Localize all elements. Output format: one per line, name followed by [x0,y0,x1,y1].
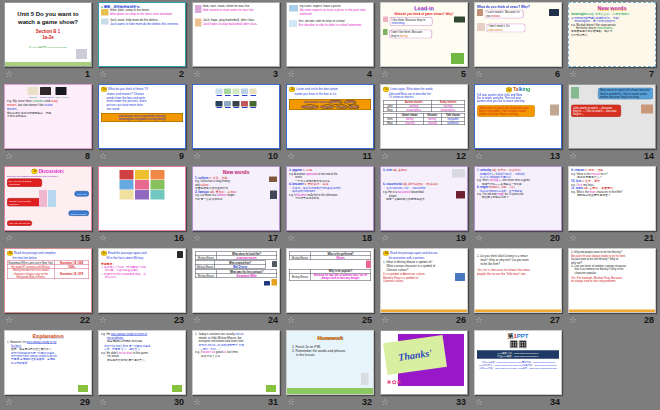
slide-thumbnail-10[interactable] [192,84,280,149]
star-icon[interactable]: ☆ [99,149,107,163]
star-icon[interactable]: ☆ [287,67,295,81]
slide-thumbnail-3[interactable]: Bob, start, skate, when he was fiveBob s… [192,2,280,67]
star-icon[interactable]: ☆ [287,149,295,163]
slide-number: 19 [456,231,466,245]
star-icon[interactable]: ☆ [475,231,483,245]
slide-l: 第1PPT [477,333,559,341]
slide-thumbnail-32[interactable]: Homework1. Finish 2e on P38.2. Remember … [286,330,374,395]
star-icon[interactable]: ☆ [569,231,577,245]
star-icon[interactable]: ☆ [569,67,577,81]
boy-image [383,29,388,35]
slide-thumbnail-25[interactable]: Who is his girlfriend?Mickey MouseMinnie… [286,248,374,313]
slide-strip [569,310,655,313]
star-icon[interactable]: ☆ [193,231,201,245]
star-icon[interactable]: ☆ [99,313,107,327]
slide-thumbnail-17[interactable]: New words1. culture n. 文化；文明e.g. China h… [192,166,280,231]
slide-l: 他是一名获得成功的篮球运动员。 [383,198,455,201]
star-icon[interactable]: ☆ [5,67,13,81]
star-icon[interactable]: ☆ [475,149,483,163]
slide-thumbnail-29[interactable]: Explanation1. However, he was always rea… [4,330,92,395]
woman-image [571,87,579,99]
star-icon[interactable]: ☆ [381,313,389,327]
slide-thumbnail-13[interactable]: 1dTalkingTell your partner what John and… [474,84,562,149]
slide-thumbnail-12[interactable]: 1cListen again. Write down the wordsJohn… [380,84,468,149]
slide-thumbnail-11[interactable]: 1bListen and circle the descriptionwords… [286,84,374,149]
slide-thumbnail-1[interactable]: Unit 5 Do you want towatch a game show?S… [4,2,92,67]
slide-meta-row: ☆ 13 [471,149,565,163]
slide-content: 3. Why did people want to be like Mickey… [569,249,655,312]
star-icon[interactable]: ☆ [193,149,201,163]
slide-thumbnail-6[interactable]: What do you think of news? Why?I can't s… [474,2,562,67]
slide-thumbnail-8[interactable]: cartoonaction moviescary moviee.g. My si… [4,84,92,149]
slide-meta-row: ☆ 17 [189,231,283,245]
star-icon[interactable]: ☆ [475,67,483,81]
slide-imgs [101,190,183,200]
star-icon[interactable]: ☆ [99,231,107,245]
slide-thumbnail-23[interactable]: 2cRead the passage again andfill in the … [98,248,186,313]
slide-bub: I can't stand it. Because it's too serio… [485,9,548,18]
star-icon[interactable]: ☆ [5,149,13,163]
star-icon[interactable]: ☆ [5,313,13,327]
girl-image [477,23,485,31]
star-icon[interactable]: ☆ [99,67,107,81]
slide-meta-row: ☆ 11 [283,149,377,163]
slide-thumbnail-14[interactable]: Mary wants to watch talk shows because t… [568,84,656,149]
star-icon[interactable]: ☆ [381,395,389,409]
slide-table: Game showsSitcomsTalk showsJohnboringbor… [383,113,465,125]
slide-thumbnail-4[interactable]: my sister, expect, have a picnicMy siste… [286,2,374,67]
slide-thumbnail-31[interactable]: 2. Today's cartoons are usually not assi… [192,330,280,395]
slide-thumbnail-26[interactable]: 2dRead the passage again and discussthe … [380,248,468,313]
slide-grid: Unit 5 Do you want towatch a game show?S… [0,0,660,410]
slide-content: 2. Today's cartoons are usually not assi… [193,331,279,394]
star-icon[interactable]: ☆ [475,395,483,409]
slide-thumbnail-28[interactable]: 3. Why did people want to be like Mickey… [568,248,656,313]
slide-thumbnail-33[interactable]: Thanks'❀✿❀ [380,330,468,395]
slide-table: Steamboat Willie came out in New York.No… [7,261,89,280]
star-icon[interactable]: ☆ [193,67,201,81]
slide-l: the time line below. [7,256,89,260]
cartoon-image: cartoon [27,87,38,98]
slide-thumbnail-7[interactable]: New wordsmeaningless adj. 毫无意义的；意思不明确的名词… [568,2,656,67]
slide-content: e.g. He was always ready to listen tomy … [99,331,185,394]
star-icon[interactable]: ☆ [287,395,295,409]
slide-thumbnail-19[interactable]: 5. rich adj. 富有的6. successful adj. 获得成功的… [380,166,468,231]
slide-thumbnail-2[interactable]: ● 看图，用所给的单词造句。Mike, plan, camp in the fo… [98,2,186,67]
star-icon[interactable]: ☆ [99,395,107,409]
star-icon[interactable]: ☆ [287,313,295,327]
star-icon[interactable]: ☆ [381,149,389,163]
slide-cell: New wordsmeaningless adj. 毫无意义的；意思不明确的名词… [565,0,659,82]
star-icon[interactable]: ☆ [287,231,295,245]
star-icon[interactable]: ☆ [193,395,201,409]
slide-number: 10 [268,149,278,163]
slide-thumbnail-27[interactable]: 2. Do you think Walt Disney is a smartma… [474,248,562,313]
slide-thumbnail-16[interactable] [98,166,186,231]
slide-l: Jack hopes to play basketball after clas… [203,22,277,26]
slide-imgs [549,9,559,16]
star-icon[interactable]: ☆ [5,231,13,245]
qr-code [519,341,527,349]
slide-imgs [195,89,277,96]
slide-thumbnail-18[interactable]: 3. appear v. 出现e.g. A woman appeared at … [286,166,374,231]
star-icon[interactable]: ☆ [193,313,201,327]
slide-thumbnail-30[interactable]: e.g. He was always ready to listen tomy … [98,330,186,395]
slide-thumbnail-9[interactable]: 1aWhat do you think of these TVshows and… [98,84,186,149]
star-icon[interactable]: ☆ [569,313,577,327]
slide-imgs [477,9,483,16]
slide-cell: 1aWhat do you think of these TVshows and… [95,82,189,164]
slide-table: Action moviesScary moviesJohnexcitingexc… [383,100,465,112]
star-icon[interactable]: ☆ [5,395,13,409]
star-icon[interactable]: ☆ [381,231,389,245]
slide-cell: 7. unlucky adj. 不幸的；不吉利的前缀un(不) + lucky(… [471,164,565,246]
slide-thumbnail-15[interactable]: 1eDiscussion:Discuss the following quest… [4,166,92,231]
star-icon[interactable]: ☆ [569,149,577,163]
slide-thumbnail-34[interactable]: 第1PPTPPT模板下载：www.1ppt.com/moban/行业PPT模板：… [474,330,562,395]
slide-thumbnail-5[interactable]: Lead-inWhat do you think of game shows? … [380,2,468,67]
slide-thumbnail-22[interactable]: 2bRead the passage and completethe time … [4,248,92,313]
star-icon[interactable]: ☆ [381,67,389,81]
star-icon[interactable]: ☆ [475,313,483,327]
slide-thumbnail-21[interactable]: 9. reason n. 原因；理由e.g. What is the reaso… [568,166,656,231]
slide-thumbnail-20[interactable]: 7. unlucky adj. 不幸的；不吉利的前缀un(不) + lucky(… [474,166,562,231]
speech-bubble: Why do you like it? [7,220,32,226]
slide-cell: my sister, expect, have a picnicMy siste… [283,0,377,82]
slide-thumbnail-24[interactable]: What does he look like?Mickey Mousea car… [192,248,280,313]
